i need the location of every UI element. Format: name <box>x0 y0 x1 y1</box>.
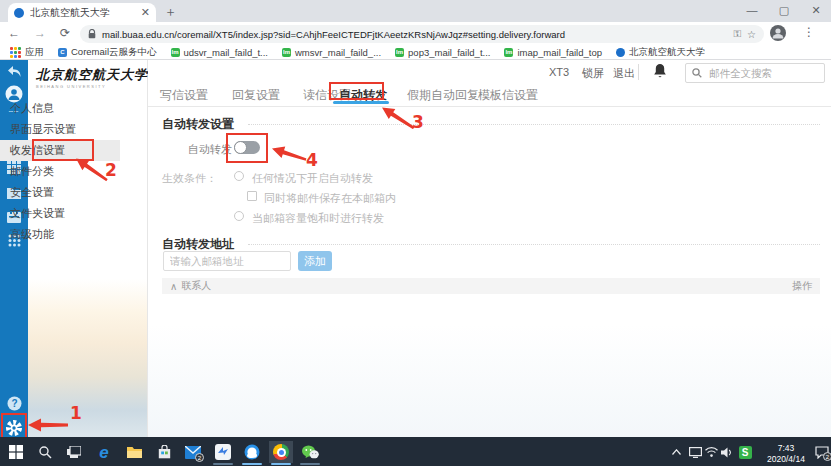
profile-avatar[interactable] <box>770 25 786 45</box>
topbar-divider <box>638 64 639 80</box>
window-minimize-button[interactable]: — <box>740 0 764 20</box>
option-when-full-label: 当邮箱容量饱和时进行转发 <box>252 211 384 226</box>
file-explorer-icon[interactable] <box>122 441 146 463</box>
reload-icon[interactable]: ⟳ <box>60 26 70 40</box>
annotation-number-1: 1 <box>70 403 82 423</box>
sidebar-item-folder-settings[interactable]: 文件夹设置 <box>0 203 120 224</box>
tab-template-settings[interactable]: 模板信设置 <box>478 86 538 108</box>
sidebar-item-advanced-features[interactable]: 高级功能 <box>0 224 120 245</box>
annotation-number-3: 3 <box>412 112 424 132</box>
mail-unread-badge: 2 <box>195 453 204 462</box>
section-divider <box>248 244 820 245</box>
radio-any-condition[interactable] <box>234 171 244 181</box>
bookmark-buaa[interactable]: 北京航空航天大学 <box>616 46 705 59</box>
tab-vacation-auto-reply[interactable]: 假期自动回复 <box>407 86 479 108</box>
thunder-app-icon[interactable] <box>211 441 235 463</box>
section-divider <box>248 124 820 125</box>
bookmark-imap[interactable]: lm imap_mail_faild_top <box>504 47 602 58</box>
tray-date: 2020/4/14 <box>760 454 812 465</box>
microsoft-store-icon[interactable] <box>152 441 176 463</box>
annotation-number-4: 4 <box>306 150 318 170</box>
bookmarks-bar: 应用 C Coremail云服务中心 lm udsvr_mail_faild_t… <box>0 45 831 60</box>
padlock-icon <box>88 29 96 39</box>
tab-compose-settings[interactable]: 写信设置 <box>160 86 208 108</box>
tab-reply-settings[interactable]: 回复设置 <box>232 86 280 108</box>
tab-title: 北京航空航天大学 <box>30 6 137 20</box>
logo-subtitle: BEIHANG UNIVERSITY <box>36 84 148 89</box>
tray-expand-chevron[interactable] <box>668 441 684 463</box>
taskbar-search-icon[interactable] <box>33 441 57 463</box>
buaa-favicon <box>616 48 625 57</box>
window-close-button[interactable]: ✕ <box>804 0 828 20</box>
mail-logo: 北京航空航天大学 BEIHANG UNIVERSITY <box>36 66 148 89</box>
monitor-favicon: lm <box>171 48 180 57</box>
running-indicator <box>213 463 233 465</box>
edge-icon[interactable]: e <box>92 441 116 463</box>
back-arrow-icon[interactable] <box>0 64 28 82</box>
settings-main-area <box>148 60 831 437</box>
contact-column-header: 联系人 <box>181 279 211 293</box>
sidebar-item-display-settings[interactable]: 界面显示设置 <box>0 119 120 140</box>
lock-screen-link[interactable]: 锁屏 <box>582 66 604 81</box>
annotation-box-toggle <box>226 133 268 163</box>
monitor-favicon: lm <box>395 48 404 57</box>
annotation-box-gear <box>1 413 27 440</box>
sidebar-item-personal-info[interactable]: 个人信息 <box>0 98 120 119</box>
chrome-icon[interactable] <box>269 441 293 463</box>
wechat-icon[interactable] <box>298 441 322 463</box>
option-keep-copy-label: 同时将邮件保存在本邮箱内 <box>264 191 396 206</box>
sort-asc-icon[interactable]: ∧ <box>170 281 177 292</box>
mail-app-icon[interactable]: 2 <box>181 441 205 463</box>
url-text: mail.buaa.edu.cn/coremail/XT5/index.jsp?… <box>102 29 727 40</box>
address-table-header: ∧ 联系人 操作 <box>162 278 820 294</box>
bookmark-coremail[interactable]: C Coremail云服务中心 <box>58 46 157 59</box>
monitor-favicon: lm <box>504 48 513 57</box>
forward-address-input[interactable] <box>163 251 291 271</box>
svg-text:?: ? <box>11 398 17 409</box>
tab-close-icon[interactable]: ✕ <box>137 7 150 18</box>
speaker-icon[interactable] <box>718 441 736 463</box>
clock[interactable]: 7:43 2020/4/14 <box>760 443 812 464</box>
action-center-badge: 2 <box>823 452 831 461</box>
monitor-favicon: lm <box>282 48 291 57</box>
ime-indicator-icon[interactable]: S <box>736 441 754 463</box>
browser-menu-icon[interactable]: ⋮ <box>803 25 815 39</box>
option-any-condition-label: 任何情况下开启自动转发 <box>252 171 373 186</box>
action-column-header: 操作 <box>792 279 812 293</box>
site-favicon <box>14 8 24 18</box>
bookmark-udsvr[interactable]: lm udsvr_mail_faild_t... <box>171 47 268 58</box>
add-address-button[interactable]: 添加 <box>298 251 332 271</box>
window-maximize-button[interactable]: ▢ <box>772 0 796 20</box>
bookmark-wmsvr[interactable]: lm wmsvr_mail_faild_... <box>282 47 381 58</box>
bookmark-pop3[interactable]: lm pop3_mail_faild_t... <box>395 47 490 58</box>
password-key-icon[interactable]: ⚿ <box>733 28 741 40</box>
condition-label: 生效条件： <box>162 171 217 186</box>
notification-bell-icon[interactable] <box>653 63 667 83</box>
browser-tab[interactable]: 北京航空航天大学 ✕ <box>8 3 156 22</box>
back-icon[interactable]: ← <box>8 26 20 40</box>
action-center-icon[interactable]: 2 <box>810 441 831 463</box>
forward-icon[interactable]: → <box>34 26 46 40</box>
url-field[interactable]: mail.buaa.edu.cn/coremail/XT5/index.jsp?… <box>80 25 764 43</box>
coremail-favicon: C <box>58 48 67 57</box>
tray-time: 7:43 <box>760 443 812 454</box>
running-indicator <box>242 463 262 465</box>
start-button[interactable] <box>4 441 28 463</box>
running-indicator <box>271 463 291 465</box>
mail-search-input[interactable] <box>707 66 817 80</box>
active-tab-underline <box>333 101 389 104</box>
new-tab-button[interactable]: ＋ <box>164 5 177 18</box>
apps-grid-icon <box>10 47 21 58</box>
annotation-box-tab <box>329 82 384 100</box>
version-label: XT3 <box>549 66 569 78</box>
bookmark-apps[interactable]: 应用 <box>10 46 44 59</box>
task-view-icon[interactable] <box>62 441 86 463</box>
running-indicator <box>300 463 320 465</box>
bookmark-star-icon[interactable]: ☆ <box>747 29 756 40</box>
radio-when-full[interactable] <box>234 211 244 221</box>
logout-link[interactable]: 退出 <box>613 66 635 81</box>
quark-browser-icon[interactable] <box>240 441 264 463</box>
mail-search-box[interactable] <box>685 63 825 83</box>
annotation-number-2: 2 <box>105 160 117 180</box>
checkbox-keep-copy[interactable] <box>247 191 257 201</box>
